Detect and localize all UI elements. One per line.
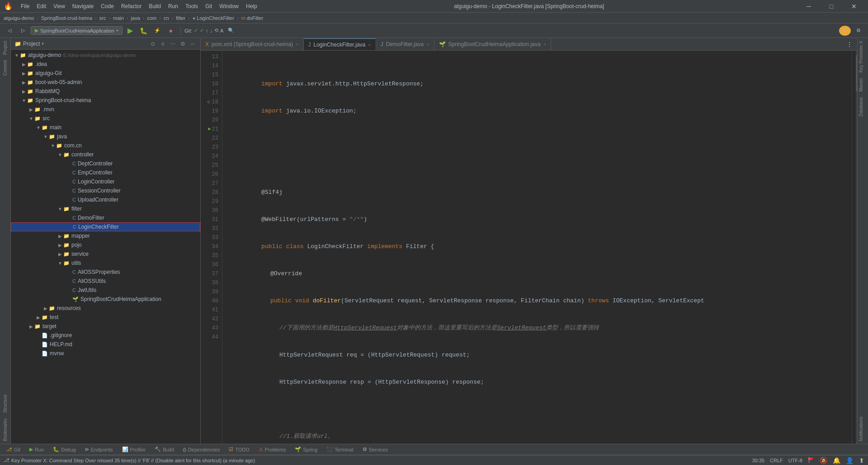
bottom-tab-debug[interactable]: 🐛 Debug (48, 444, 80, 455)
tree-upload-controller[interactable]: ▶ C UploadController (11, 195, 200, 204)
key-promoter-tab[interactable]: Key Promoter X (858, 38, 868, 75)
git-check-icon[interactable]: ✓ (194, 28, 198, 33)
bottom-tab-todo[interactable]: ☑ TODO (224, 444, 254, 455)
tab-demo-close[interactable]: × (426, 42, 429, 47)
tree-src[interactable]: ▼ 📁 src (11, 114, 200, 123)
bottom-tab-services[interactable]: ⚙ Services (358, 444, 392, 455)
breadcrumb-src[interactable]: src (99, 15, 106, 21)
search-button[interactable]: 🔍 (225, 25, 237, 37)
bottom-tab-run[interactable]: ▶ Run (25, 444, 48, 455)
maven-tab[interactable]: Maven (858, 75, 868, 94)
run-button[interactable]: ▶ (124, 25, 136, 37)
tree-atguigu-git[interactable]: ▶ 📁 atguigu-Git (11, 69, 200, 78)
menu-build[interactable]: Build (146, 2, 164, 10)
breadcrumb-class[interactable]: ● LoginCheckFilter (193, 15, 234, 21)
maximize-button[interactable]: □ (821, 0, 842, 13)
tab-list-icon[interactable]: ⋮ (844, 38, 855, 50)
tree-controller[interactable]: ▼ 📁 controller (11, 150, 200, 159)
tree-jwt-utils[interactable]: ▶ C JwtUtils (11, 286, 200, 295)
bottom-tab-git[interactable]: ⎇ Git (2, 444, 25, 455)
menu-git[interactable]: Git (203, 2, 215, 10)
tab-spring-close[interactable]: × (543, 42, 546, 47)
debug-button[interactable]: 🐛 (138, 25, 150, 37)
menu-refactor[interactable]: Refactor (118, 2, 144, 10)
expand-root[interactable]: ▼ (14, 53, 19, 58)
tree-utils[interactable]: ▼ 📁 utils (11, 258, 200, 268)
menu-run[interactable]: Run (165, 2, 181, 10)
code-content[interactable]: import javax.servlet.http.HttpServletRes… (222, 51, 852, 444)
tab-spring-app[interactable]: 🌱 SpringBootCrudHeimaApplication.java × (434, 38, 552, 50)
git-history-icon[interactable]: ⟲ (214, 28, 218, 33)
tree-root[interactable]: ▼ 📁 atguigu-demo E:\idea-workspace\atgui… (11, 51, 200, 60)
close-button[interactable]: ✕ (844, 0, 864, 13)
bottom-tab-problems[interactable]: ⚠ Problems (254, 444, 290, 455)
tree-login-check-filter[interactable]: ▶ C LoginCheckFilter (11, 222, 200, 231)
breadcrumb-method[interactable]: m doFilter (241, 15, 264, 21)
tree-spring-app[interactable]: ▶ 🌱 SpringBootCrudHeimaApplication (11, 295, 200, 304)
minimize-button[interactable]: ─ (798, 0, 819, 13)
bottom-tab-spring[interactable]: 🌱 Spring (290, 444, 322, 455)
menu-code[interactable]: Code (98, 2, 117, 10)
tree-service[interactable]: ▶ 📁 service (11, 249, 200, 258)
menu-file[interactable]: File (18, 2, 32, 10)
breadcrumb-project[interactable]: atguigu-demo (4, 15, 34, 21)
tree-alioss-utils[interactable]: ▶ C AliOSSUtils (11, 277, 200, 286)
structure-tab[interactable]: Structure (2, 392, 9, 416)
tree-idea[interactable]: ▶ 📁 .idea (11, 60, 200, 69)
tab-pom[interactable]: X pom.xml (SpringBoot-crud-heima) × (201, 38, 304, 50)
tab-login-close[interactable]: × (368, 42, 371, 47)
tree-filter[interactable]: ▼ 📁 filter (11, 204, 200, 213)
tree-pojo[interactable]: ▶ 📁 pojo (11, 240, 200, 249)
git-update-icon[interactable]: ↑ (206, 28, 208, 33)
breadcrumb-filter[interactable]: filter (176, 15, 185, 21)
minimize-panel-icon[interactable]: ─ (189, 40, 197, 48)
menu-window[interactable]: Window (217, 2, 241, 10)
tree-demo-filter[interactable]: ▶ C DemoFilter (11, 213, 200, 222)
menu-help[interactable]: Help (243, 2, 260, 10)
run-with-coverage-button[interactable]: ⚡ (151, 25, 163, 37)
menu-view[interactable]: View (51, 2, 68, 10)
breadcrumb-com[interactable]: com (147, 15, 156, 21)
project-dropdown[interactable]: ▾ (42, 41, 44, 46)
tab-pom-close[interactable]: × (296, 42, 298, 47)
bookmarks-tab[interactable]: Bookmarks (2, 416, 9, 444)
menu-edit[interactable]: Edit (34, 2, 49, 10)
bottom-tab-endpoints[interactable]: ⊳ Endpoints (80, 444, 118, 455)
sync-icon[interactable]: ⊙ (149, 40, 157, 48)
tree-main[interactable]: ▼ 📁 main (11, 123, 200, 132)
tab-demo-filter[interactable]: J DemoFilter.java × (376, 38, 434, 50)
breadcrumb-main[interactable]: main (113, 15, 124, 21)
tree-boot-web[interactable]: ▶ 📁 boot-web-05-admin (11, 78, 200, 87)
avatar-button[interactable]: A (839, 26, 851, 36)
bottom-tab-terminal[interactable]: ⬛ Terminal (322, 444, 358, 455)
tree-com-cn[interactable]: ▼ 📁 com.cn (11, 141, 200, 150)
bottom-tab-build[interactable]: 🔨 Build (150, 444, 178, 455)
tree-session-controller[interactable]: ▶ C SessionController (11, 186, 200, 195)
settings-icon[interactable]: ⚙ (853, 25, 864, 37)
menu-navigate[interactable]: Navigate (70, 2, 96, 10)
tree-dept-controller[interactable]: ▶ C DeptController (11, 159, 200, 168)
tree-login-controller[interactable]: ▶ C LoginController (11, 177, 200, 186)
bottom-tab-deps[interactable]: ⎙ Dependencies (179, 444, 224, 455)
settings-icon2[interactable]: ⚙ (179, 40, 187, 48)
commit-tab[interactable]: Commit (2, 57, 9, 78)
database-tab[interactable]: Database (858, 94, 868, 119)
breadcrumb-module[interactable]: SpringBoot-crud-heima (41, 15, 92, 21)
project-tab[interactable]: Project (2, 38, 9, 57)
run-config-selector[interactable]: ▶ SpringBootCrudHeimaApplication ▾ (31, 26, 123, 35)
tree-mvn[interactable]: ▶ 📁 .mvn (11, 105, 200, 114)
tree-emp-controller[interactable]: ▶ C EmpController (11, 168, 200, 177)
scrollbar-thumb[interactable] (856, 55, 857, 91)
tree-gitignore[interactable]: ▶ 📄 .gitignore (11, 331, 200, 340)
line-separator[interactable]: CRLF (770, 458, 783, 463)
back-button[interactable]: ◁ (4, 25, 15, 37)
notifications-tab[interactable]: Notifications (858, 414, 868, 444)
tree-alioss-props[interactable]: ▶ C AliOSSProperties (11, 268, 200, 277)
git-push-icon[interactable]: ↓ (210, 28, 213, 33)
tree-help-md[interactable]: ▶ 📄 HELP.md (11, 340, 200, 349)
menu-tools[interactable]: Tools (183, 2, 201, 10)
bottom-tab-profiler[interactable]: 📊 Profiler (118, 444, 151, 455)
tree-springboot-crud[interactable]: ▼ 📁 SpringBoot-crud-heima (11, 96, 200, 105)
tree-target[interactable]: ▶ 📁 target (11, 322, 200, 331)
tree-mvnw[interactable]: ▶ 📄 mvnw (11, 349, 200, 358)
